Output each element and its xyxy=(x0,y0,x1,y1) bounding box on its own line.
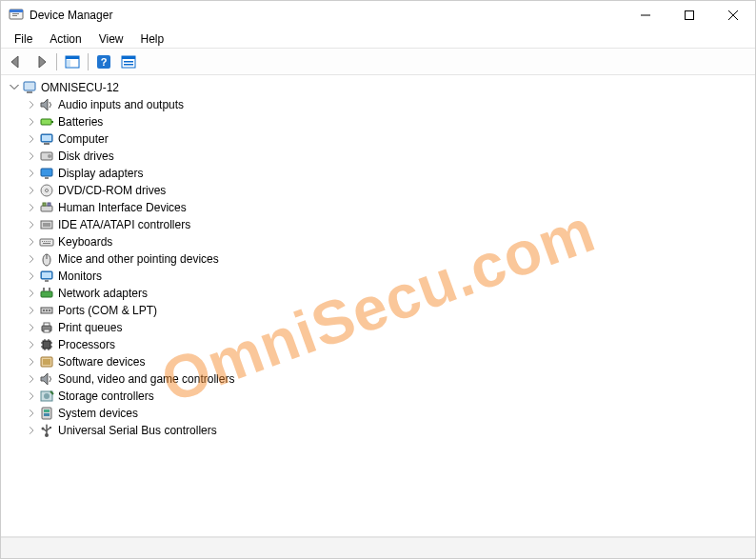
tree-node-label: IDE ATA/ATAPI controllers xyxy=(58,218,190,231)
chevron-right-icon[interactable] xyxy=(24,200,39,215)
tree-node[interactable]: Human Interface Devices xyxy=(3,199,753,216)
tree-node[interactable]: Universal Serial Bus controllers xyxy=(3,422,753,439)
tree-node[interactable]: Storage controllers xyxy=(3,388,753,405)
sound-icon xyxy=(39,371,54,387)
tree-node-label: Disk drives xyxy=(58,150,114,163)
tree-node[interactable]: Sound, video and game controllers xyxy=(3,370,753,388)
chevron-right-icon[interactable] xyxy=(24,183,39,198)
tree-node-label: Human Interface Devices xyxy=(58,201,187,214)
app-icon xyxy=(9,8,24,23)
window-controls xyxy=(624,1,755,30)
chevron-right-icon[interactable] xyxy=(24,114,39,130)
tree-root-node[interactable]: OMNISECU-12 xyxy=(3,79,753,96)
statusbar xyxy=(1,537,755,558)
tree-node[interactable]: Ports (COM & LPT) xyxy=(3,302,753,319)
menubar: File Action View Help xyxy=(1,30,755,49)
disk-icon xyxy=(39,149,54,164)
computer-icon xyxy=(39,131,54,147)
chevron-right-icon[interactable] xyxy=(24,149,39,164)
show-hide-panel-button[interactable] xyxy=(61,51,84,72)
mouse-icon xyxy=(39,251,54,267)
chevron-down-icon[interactable] xyxy=(7,80,22,95)
chevron-right-icon[interactable] xyxy=(24,320,39,335)
svg-rect-76 xyxy=(686,11,694,20)
forward-button[interactable] xyxy=(30,51,52,72)
toolbar xyxy=(1,49,755,75)
menu-help[interactable]: Help xyxy=(133,30,172,48)
ports-icon xyxy=(39,303,54,318)
back-button[interactable] xyxy=(5,51,28,72)
tree-node[interactable]: IDE ATA/ATAPI controllers xyxy=(3,216,753,233)
tree-node-label: Processors xyxy=(58,338,115,351)
hid-icon xyxy=(39,200,54,215)
window-title: Device Manager xyxy=(30,9,624,22)
maximize-button[interactable] xyxy=(667,1,711,30)
chevron-right-icon[interactable] xyxy=(24,406,39,421)
network-icon xyxy=(39,286,54,301)
tree-node[interactable]: Mice and other pointing devices xyxy=(3,250,753,268)
printer-icon xyxy=(39,320,54,335)
tree-node[interactable]: System devices xyxy=(3,405,753,422)
tree-node[interactable]: Processors xyxy=(3,336,753,353)
chevron-right-icon[interactable] xyxy=(24,371,39,387)
system-icon xyxy=(39,406,54,421)
show-hidden-button[interactable] xyxy=(117,51,140,72)
tree-node-label: Keyboards xyxy=(58,235,112,249)
tree-node[interactable]: Monitors xyxy=(3,268,753,285)
tree-node-label: Computer xyxy=(58,132,109,146)
chevron-right-icon[interactable] xyxy=(24,303,39,318)
tree-node-label: Mice and other pointing devices xyxy=(58,252,219,266)
device-tree-panel[interactable]: OMNISECU-12 Audio inputs and outputsBatt… xyxy=(1,75,755,537)
tree-node[interactable]: Display adapters xyxy=(3,165,753,182)
tree-node[interactable]: Network adapters xyxy=(3,285,753,302)
tree-node-label: Sound, video and game controllers xyxy=(58,372,234,386)
chevron-right-icon[interactable] xyxy=(24,354,39,369)
device-manager-window: Device Manager File Action View Help xyxy=(0,0,756,559)
chevron-right-icon[interactable] xyxy=(24,286,39,301)
menu-view[interactable]: View xyxy=(91,30,131,48)
tree-node[interactable]: Computer xyxy=(3,130,753,148)
computer-icon xyxy=(22,80,37,95)
menu-file[interactable]: File xyxy=(7,30,40,48)
tree-node-label: Network adapters xyxy=(58,287,148,300)
chevron-right-icon[interactable] xyxy=(24,234,39,250)
ide-icon xyxy=(39,217,54,232)
usb-icon xyxy=(39,423,54,438)
tree-node[interactable]: Software devices xyxy=(3,353,753,370)
toolbar-separator xyxy=(88,53,89,70)
tree-node-label: Audio inputs and outputs xyxy=(58,98,184,111)
tree-node[interactable]: Disk drives xyxy=(3,148,753,165)
tree-node-label: Display adapters xyxy=(58,167,143,180)
tree-node-label: DVD/CD-ROM drives xyxy=(58,184,166,197)
tree-node[interactable]: Print queues xyxy=(3,319,753,336)
audio-icon xyxy=(39,97,54,112)
tree-node-label: System devices xyxy=(58,407,138,420)
chevron-right-icon[interactable] xyxy=(24,131,39,147)
help-button[interactable] xyxy=(92,51,115,72)
monitor-icon xyxy=(39,269,54,284)
tree-node[interactable]: Audio inputs and outputs xyxy=(3,96,753,113)
minimize-button[interactable] xyxy=(624,1,667,30)
chevron-right-icon[interactable] xyxy=(24,97,39,112)
chevron-right-icon[interactable] xyxy=(24,166,39,181)
chevron-right-icon[interactable] xyxy=(24,217,39,232)
dvd-icon xyxy=(39,183,54,198)
chevron-right-icon[interactable] xyxy=(24,337,39,352)
tree-node[interactable]: DVD/CD-ROM drives xyxy=(3,182,753,199)
tree-node[interactable]: Keyboards xyxy=(3,233,753,250)
menu-action[interactable]: Action xyxy=(42,30,89,48)
tree-node-label: Print queues xyxy=(58,321,122,334)
chevron-right-icon[interactable] xyxy=(24,389,39,404)
chevron-right-icon[interactable] xyxy=(24,251,39,267)
battery-icon xyxy=(39,114,54,130)
root-node-label: OMNISECU-12 xyxy=(41,81,119,94)
close-button[interactable] xyxy=(711,1,755,30)
processor-icon xyxy=(39,337,54,352)
display-icon xyxy=(39,166,54,181)
tree-node-label: Software devices xyxy=(58,355,145,369)
tree-node[interactable]: Batteries xyxy=(3,113,753,130)
chevron-right-icon[interactable] xyxy=(24,269,39,284)
software-icon xyxy=(39,354,54,369)
tree-node-label: Ports (COM & LPT) xyxy=(58,304,157,317)
chevron-right-icon[interactable] xyxy=(24,423,39,438)
